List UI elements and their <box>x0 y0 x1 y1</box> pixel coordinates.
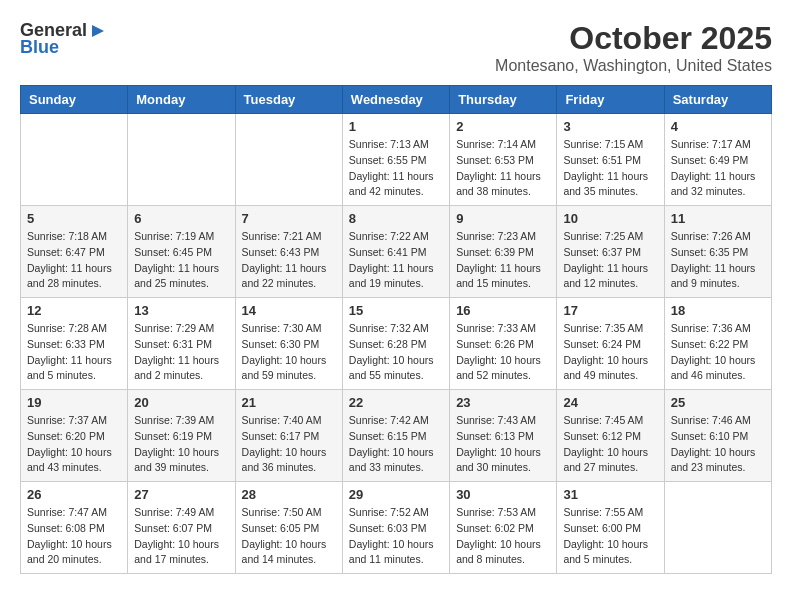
calendar-cell: 11Sunrise: 7:26 AMSunset: 6:35 PMDayligh… <box>664 206 771 298</box>
day-info: Sunrise: 7:42 AMSunset: 6:15 PMDaylight:… <box>349 413 443 476</box>
calendar-cell: 6Sunrise: 7:19 AMSunset: 6:45 PMDaylight… <box>128 206 235 298</box>
calendar-day-header: Wednesday <box>342 86 449 114</box>
day-info: Sunrise: 7:43 AMSunset: 6:13 PMDaylight:… <box>456 413 550 476</box>
day-number: 19 <box>27 395 121 410</box>
day-number: 6 <box>134 211 228 226</box>
calendar-week-row: 5Sunrise: 7:18 AMSunset: 6:47 PMDaylight… <box>21 206 772 298</box>
day-number: 13 <box>134 303 228 318</box>
day-number: 27 <box>134 487 228 502</box>
calendar-cell: 17Sunrise: 7:35 AMSunset: 6:24 PMDayligh… <box>557 298 664 390</box>
day-info: Sunrise: 7:35 AMSunset: 6:24 PMDaylight:… <box>563 321 657 384</box>
day-number: 10 <box>563 211 657 226</box>
calendar-cell <box>21 114 128 206</box>
calendar-table: SundayMondayTuesdayWednesdayThursdayFrid… <box>20 85 772 574</box>
day-info: Sunrise: 7:36 AMSunset: 6:22 PMDaylight:… <box>671 321 765 384</box>
day-number: 29 <box>349 487 443 502</box>
calendar-week-row: 19Sunrise: 7:37 AMSunset: 6:20 PMDayligh… <box>21 390 772 482</box>
logo-triangle-icon <box>88 23 104 39</box>
calendar-cell: 9Sunrise: 7:23 AMSunset: 6:39 PMDaylight… <box>450 206 557 298</box>
calendar-cell: 10Sunrise: 7:25 AMSunset: 6:37 PMDayligh… <box>557 206 664 298</box>
calendar-week-row: 12Sunrise: 7:28 AMSunset: 6:33 PMDayligh… <box>21 298 772 390</box>
calendar-cell: 20Sunrise: 7:39 AMSunset: 6:19 PMDayligh… <box>128 390 235 482</box>
calendar-header-row: SundayMondayTuesdayWednesdayThursdayFrid… <box>21 86 772 114</box>
day-number: 16 <box>456 303 550 318</box>
title-block: October 2025 Montesano, Washington, Unit… <box>495 20 772 75</box>
calendar-cell: 25Sunrise: 7:46 AMSunset: 6:10 PMDayligh… <box>664 390 771 482</box>
calendar-cell: 19Sunrise: 7:37 AMSunset: 6:20 PMDayligh… <box>21 390 128 482</box>
day-info: Sunrise: 7:18 AMSunset: 6:47 PMDaylight:… <box>27 229 121 292</box>
day-info: Sunrise: 7:53 AMSunset: 6:02 PMDaylight:… <box>456 505 550 568</box>
calendar-cell: 30Sunrise: 7:53 AMSunset: 6:02 PMDayligh… <box>450 482 557 574</box>
day-info: Sunrise: 7:46 AMSunset: 6:10 PMDaylight:… <box>671 413 765 476</box>
day-number: 3 <box>563 119 657 134</box>
calendar-cell <box>664 482 771 574</box>
day-number: 11 <box>671 211 765 226</box>
day-number: 2 <box>456 119 550 134</box>
day-number: 31 <box>563 487 657 502</box>
calendar-day-header: Sunday <box>21 86 128 114</box>
day-info: Sunrise: 7:45 AMSunset: 6:12 PMDaylight:… <box>563 413 657 476</box>
calendar-day-header: Friday <box>557 86 664 114</box>
calendar-cell: 22Sunrise: 7:42 AMSunset: 6:15 PMDayligh… <box>342 390 449 482</box>
calendar-cell: 29Sunrise: 7:52 AMSunset: 6:03 PMDayligh… <box>342 482 449 574</box>
day-info: Sunrise: 7:26 AMSunset: 6:35 PMDaylight:… <box>671 229 765 292</box>
day-info: Sunrise: 7:17 AMSunset: 6:49 PMDaylight:… <box>671 137 765 200</box>
calendar-cell <box>235 114 342 206</box>
day-number: 17 <box>563 303 657 318</box>
day-info: Sunrise: 7:55 AMSunset: 6:00 PMDaylight:… <box>563 505 657 568</box>
day-info: Sunrise: 7:40 AMSunset: 6:17 PMDaylight:… <box>242 413 336 476</box>
calendar-cell: 1Sunrise: 7:13 AMSunset: 6:55 PMDaylight… <box>342 114 449 206</box>
calendar-cell: 16Sunrise: 7:33 AMSunset: 6:26 PMDayligh… <box>450 298 557 390</box>
calendar-cell: 5Sunrise: 7:18 AMSunset: 6:47 PMDaylight… <box>21 206 128 298</box>
page-title: October 2025 <box>495 20 772 57</box>
day-number: 28 <box>242 487 336 502</box>
calendar-cell: 18Sunrise: 7:36 AMSunset: 6:22 PMDayligh… <box>664 298 771 390</box>
day-info: Sunrise: 7:13 AMSunset: 6:55 PMDaylight:… <box>349 137 443 200</box>
logo-blue-text: Blue <box>20 37 59 58</box>
day-info: Sunrise: 7:28 AMSunset: 6:33 PMDaylight:… <box>27 321 121 384</box>
calendar-week-row: 26Sunrise: 7:47 AMSunset: 6:08 PMDayligh… <box>21 482 772 574</box>
calendar-cell: 8Sunrise: 7:22 AMSunset: 6:41 PMDaylight… <box>342 206 449 298</box>
page-subtitle: Montesano, Washington, United States <box>495 57 772 75</box>
day-number: 25 <box>671 395 765 410</box>
page-header: General Blue October 2025 Montesano, Was… <box>20 20 772 75</box>
day-number: 5 <box>27 211 121 226</box>
day-info: Sunrise: 7:32 AMSunset: 6:28 PMDaylight:… <box>349 321 443 384</box>
day-number: 12 <box>27 303 121 318</box>
calendar-cell: 4Sunrise: 7:17 AMSunset: 6:49 PMDaylight… <box>664 114 771 206</box>
day-number: 14 <box>242 303 336 318</box>
day-info: Sunrise: 7:49 AMSunset: 6:07 PMDaylight:… <box>134 505 228 568</box>
day-info: Sunrise: 7:14 AMSunset: 6:53 PMDaylight:… <box>456 137 550 200</box>
day-number: 1 <box>349 119 443 134</box>
calendar-cell: 26Sunrise: 7:47 AMSunset: 6:08 PMDayligh… <box>21 482 128 574</box>
calendar-cell: 7Sunrise: 7:21 AMSunset: 6:43 PMDaylight… <box>235 206 342 298</box>
day-number: 24 <box>563 395 657 410</box>
day-info: Sunrise: 7:15 AMSunset: 6:51 PMDaylight:… <box>563 137 657 200</box>
calendar-cell: 2Sunrise: 7:14 AMSunset: 6:53 PMDaylight… <box>450 114 557 206</box>
day-info: Sunrise: 7:21 AMSunset: 6:43 PMDaylight:… <box>242 229 336 292</box>
logo: General Blue <box>20 20 104 58</box>
day-number: 8 <box>349 211 443 226</box>
day-info: Sunrise: 7:47 AMSunset: 6:08 PMDaylight:… <box>27 505 121 568</box>
day-info: Sunrise: 7:19 AMSunset: 6:45 PMDaylight:… <box>134 229 228 292</box>
day-number: 15 <box>349 303 443 318</box>
day-number: 9 <box>456 211 550 226</box>
calendar-cell: 13Sunrise: 7:29 AMSunset: 6:31 PMDayligh… <box>128 298 235 390</box>
day-info: Sunrise: 7:23 AMSunset: 6:39 PMDaylight:… <box>456 229 550 292</box>
calendar-cell: 23Sunrise: 7:43 AMSunset: 6:13 PMDayligh… <box>450 390 557 482</box>
day-number: 20 <box>134 395 228 410</box>
day-info: Sunrise: 7:39 AMSunset: 6:19 PMDaylight:… <box>134 413 228 476</box>
day-info: Sunrise: 7:22 AMSunset: 6:41 PMDaylight:… <box>349 229 443 292</box>
day-number: 23 <box>456 395 550 410</box>
day-number: 26 <box>27 487 121 502</box>
calendar-cell: 28Sunrise: 7:50 AMSunset: 6:05 PMDayligh… <box>235 482 342 574</box>
calendar-day-header: Saturday <box>664 86 771 114</box>
day-info: Sunrise: 7:50 AMSunset: 6:05 PMDaylight:… <box>242 505 336 568</box>
calendar-cell: 12Sunrise: 7:28 AMSunset: 6:33 PMDayligh… <box>21 298 128 390</box>
day-info: Sunrise: 7:37 AMSunset: 6:20 PMDaylight:… <box>27 413 121 476</box>
day-info: Sunrise: 7:29 AMSunset: 6:31 PMDaylight:… <box>134 321 228 384</box>
calendar-week-row: 1Sunrise: 7:13 AMSunset: 6:55 PMDaylight… <box>21 114 772 206</box>
day-number: 7 <box>242 211 336 226</box>
calendar-cell <box>128 114 235 206</box>
calendar-day-header: Thursday <box>450 86 557 114</box>
